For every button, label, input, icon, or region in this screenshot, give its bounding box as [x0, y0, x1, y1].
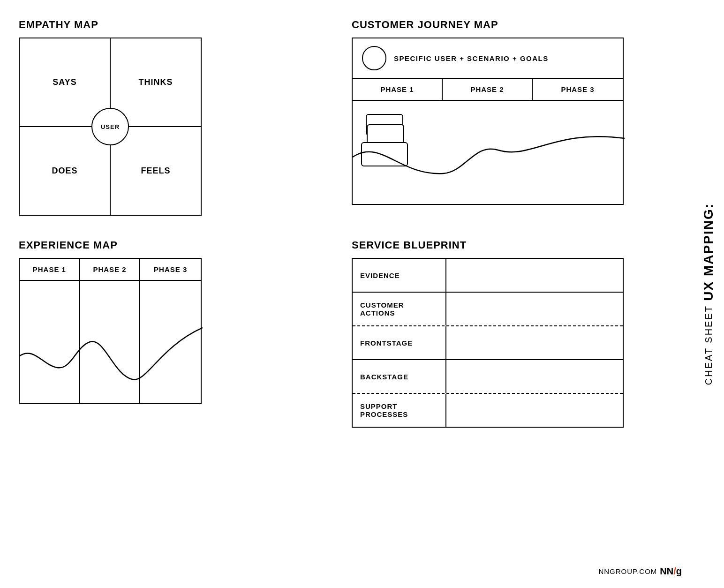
backstage-content [446, 360, 623, 393]
exp-content-row [20, 281, 201, 403]
journey-table: SPECIFIC USER + SCENARIO + GOALS PHASE 1… [352, 38, 624, 205]
frontstage-label: FRONTSTAGE [353, 326, 446, 359]
blueprint-row-frontstage: FRONTSTAGE [353, 326, 623, 360]
blueprint-row-customer-actions: CUSTOMER ACTIONS [353, 293, 623, 326]
footer: NNGROUP.COM NN/g [598, 566, 682, 577]
customer-actions-label: CUSTOMER ACTIONS [353, 293, 446, 325]
empathy-map-title: EMPATHY MAP [19, 19, 324, 31]
service-blueprint-title: SERVICE BLUEPRINT [352, 239, 656, 251]
backstage-label: BACKSTAGE [353, 360, 446, 393]
footer-nn: NN [660, 566, 673, 576]
experience-map-section: EXPERIENCE MAP PHASE 1 PHASE 2 PHASE 3 [19, 239, 324, 428]
exp-phase-3: PHASE 3 [140, 259, 201, 280]
empathy-cell-feels: FEELS [110, 127, 201, 215]
experience-map-title: EXPERIENCE MAP [19, 239, 324, 251]
footer-g: g [676, 566, 682, 576]
cheat-sheet-text: CHEAT SHEET [703, 305, 714, 385]
frontstage-content [446, 326, 623, 359]
colon-text: : [701, 203, 716, 208]
support-processes-label: SUPPORT PROCESSES [353, 394, 446, 427]
footer-logo: NN/g [660, 566, 682, 577]
footer-url: NNGROUP.COM [598, 567, 657, 575]
blueprint-row-support: SUPPORT PROCESSES [353, 394, 623, 427]
experience-curve-svg [20, 281, 203, 403]
user-icon-circle [362, 46, 386, 70]
evidence-label: EVIDENCE [353, 259, 446, 292]
journey-scenario-row: SPECIFIC USER + SCENARIO + GOALS [353, 38, 623, 79]
blueprint-row-evidence: EVIDENCE [353, 259, 623, 293]
support-processes-content [446, 394, 623, 427]
journey-phase-1: PHASE 1 [353, 79, 443, 100]
does-label: DOES [52, 166, 77, 176]
user-circle: USER [91, 108, 129, 145]
exp-phase-1: PHASE 1 [20, 259, 80, 280]
empathy-grid: SAYS THINKS DOES FEELS USER [19, 38, 202, 216]
evidence-content [446, 259, 623, 292]
ux-mapping-text: UX MAPPING [701, 208, 716, 301]
journey-content-grid [353, 101, 443, 204]
vertical-title: UX MAPPING: CHEAT SHEET [694, 0, 724, 588]
customer-actions-content [446, 293, 623, 325]
vertical-title-text: UX MAPPING: [701, 203, 716, 301]
thinks-label: THINKS [139, 77, 173, 87]
journey-scenario-text: SPECIFIC USER + SCENARIO + GOALS [394, 54, 549, 62]
journey-phases-row: PHASE 1 PHASE 2 PHASE 3 [353, 79, 623, 101]
journey-phase-3: PHASE 3 [533, 79, 623, 100]
empathy-map-section: EMPATHY MAP SAYS THINKS DOES FEELS USER [19, 19, 324, 216]
journey-map-section: CUSTOMER JOURNEY MAP SPECIFIC USER + SCE… [352, 19, 656, 216]
journey-content-row [353, 101, 623, 204]
rounded-rect-3 [361, 142, 408, 166]
exp-phase-2: PHASE 2 [80, 259, 141, 280]
journey-phase-2: PHASE 2 [443, 79, 533, 100]
service-blueprint-section: SERVICE BLUEPRINT EVIDENCE CUSTOMER ACTI… [352, 239, 656, 428]
exp-phases-row: PHASE 1 PHASE 2 PHASE 3 [20, 259, 201, 281]
experience-table: PHASE 1 PHASE 2 PHASE 3 [19, 258, 202, 404]
says-label: SAYS [53, 77, 76, 87]
blueprint-table: EVIDENCE CUSTOMER ACTIONS FRONTSTAGE BAC… [352, 258, 624, 428]
blueprint-row-backstage: BACKSTAGE [353, 360, 623, 394]
journey-map-title: CUSTOMER JOURNEY MAP [352, 19, 656, 31]
feels-label: FEELS [141, 166, 170, 176]
